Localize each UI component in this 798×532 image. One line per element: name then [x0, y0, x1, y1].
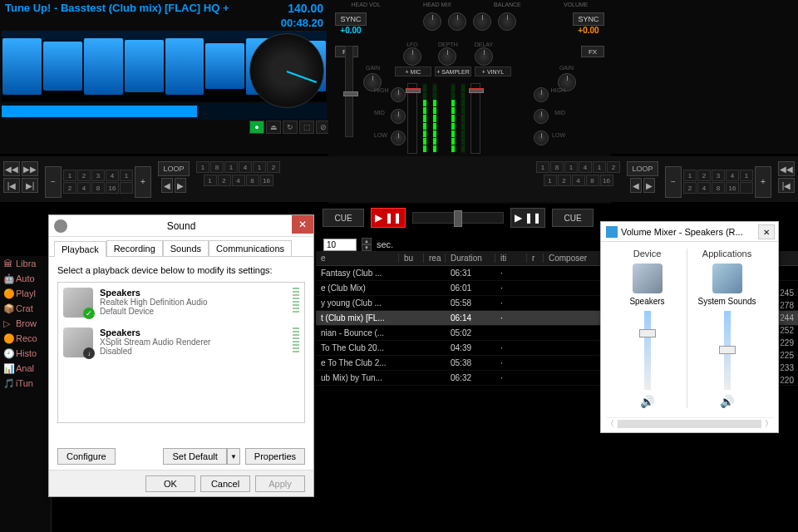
beat-2[interactable]: 2 [267, 161, 280, 173]
head-vol-knob[interactable] [423, 12, 441, 31]
beat-8[interactable]: 8 [210, 161, 224, 173]
channel-fader-b[interactable] [470, 83, 480, 154]
beat-16[interactable]: 16 [600, 175, 613, 186]
channel-fader-a[interactable] [407, 83, 417, 154]
loop-out-b[interactable]: ▶ [643, 178, 655, 193]
cancel-button[interactable]: Cancel [200, 475, 250, 492]
cue-b-button[interactable]: CUE [552, 209, 594, 227]
hotcue-2[interactable]: 2 [77, 170, 91, 181]
column-header[interactable]: iti [495, 254, 527, 263]
beat-1[interactable]: 1 [593, 161, 606, 173]
column-header[interactable]: rea [424, 254, 446, 263]
device-icon[interactable] [633, 264, 663, 293]
hotcue-8[interactable]: 8 [91, 182, 105, 194]
play-b-button[interactable]: ▶ ❚❚ [510, 208, 545, 228]
hotcue-4[interactable]: 4 [77, 182, 91, 194]
eq-mid-a-knob[interactable] [391, 109, 406, 124]
beat-8[interactable]: 8 [586, 175, 599, 186]
hotcue-4[interactable]: 4 [697, 182, 711, 194]
beat-8[interactable]: 8 [246, 175, 259, 186]
cue-a-button[interactable]: CUE [323, 209, 364, 227]
beat-1[interactable]: 1 [224, 161, 238, 173]
rewind-b-button[interactable]: ◀◀ [778, 161, 795, 176]
app-icon[interactable] [712, 264, 742, 293]
loop-in-b[interactable]: ◀ [630, 178, 642, 193]
minus-button-a[interactable]: − [45, 166, 62, 198]
plus-button-a[interactable]: + [135, 166, 151, 198]
sidebar-item-auto[interactable]: 🤖Auto [0, 271, 51, 286]
vm-close-button[interactable]: ✕ [758, 224, 775, 239]
device-item[interactable]: ✓SpeakersRealtek High Definition AudioDe… [58, 283, 304, 323]
play-indicator[interactable]: ● [249, 121, 264, 134]
spinner-up[interactable]: ▲ [362, 238, 372, 244]
device-volume-slider[interactable] [644, 311, 651, 390]
eq-high-b-knob[interactable] [534, 87, 549, 102]
beat-1[interactable]: 1 [253, 161, 266, 173]
hotcue-8[interactable]: 8 [712, 182, 725, 194]
balance-knob[interactable] [473, 12, 491, 31]
hotcue-2[interactable]: 2 [63, 182, 76, 194]
beat-2[interactable]: 2 [558, 175, 571, 186]
depth-knob[interactable] [438, 47, 456, 66]
jog-wheel[interactable] [249, 33, 324, 108]
rewind-button[interactable]: ◀◀ [3, 161, 20, 176]
hotcue-4[interactable]: 4 [106, 170, 119, 181]
beat-1[interactable]: 1 [536, 161, 549, 173]
head-mix-knob[interactable] [448, 12, 466, 31]
beat-4[interactable]: 4 [239, 161, 252, 173]
lfo-knob[interactable] [403, 47, 421, 66]
beat-8[interactable]: 8 [550, 161, 564, 173]
column-header[interactable]: r [527, 254, 544, 263]
hotcue-1[interactable]: 1 [63, 170, 76, 181]
minus-button-b[interactable]: − [665, 166, 682, 198]
delay-knob[interactable] [475, 47, 493, 66]
eject-button[interactable]: ⏏ [266, 121, 281, 134]
search-input[interactable] [323, 239, 357, 251]
tab-sounds[interactable]: Sounds [163, 240, 209, 256]
hotcue-1[interactable]: 1 [683, 170, 697, 181]
set-default-button[interactable]: Set Default [163, 448, 226, 465]
beat-16[interactable]: 16 [260, 175, 273, 186]
scroll-right[interactable]: 〉 [765, 418, 773, 429]
tab-playback[interactable]: Playback [54, 241, 106, 257]
device-mute-icon[interactable]: 🔊 [608, 395, 687, 408]
beat-1[interactable]: 1 [564, 161, 578, 173]
hotcue-3[interactable]: 3 [91, 170, 105, 181]
hotcue-1[interactable]: 1 [120, 170, 133, 181]
column-header[interactable]: e [316, 254, 399, 263]
app-volume-slider[interactable] [724, 311, 731, 390]
beat-1[interactable]: 1 [204, 175, 217, 186]
sidebar-item-histo[interactable]: 🕘Histo [0, 346, 51, 361]
vinyl-button[interactable]: + VINYL [475, 66, 511, 76]
hotcue-16[interactable]: 16 [726, 182, 739, 194]
crossfader[interactable] [412, 212, 504, 224]
sidebar-item-crat[interactable]: 📦Crat [0, 301, 51, 316]
fx-b-button[interactable]: FX [581, 46, 604, 57]
sidebar-item-reco[interactable]: 🟠Reco [0, 331, 51, 346]
hotcue-16[interactable]: 16 [106, 182, 119, 194]
prev-beat-b-button[interactable]: |◀ [778, 178, 795, 193]
eq-high-a-knob[interactable] [391, 87, 406, 102]
close-button[interactable]: ✕ [292, 215, 313, 234]
prev-beat-button[interactable]: |◀ [3, 178, 20, 193]
beat-4[interactable]: 4 [572, 175, 585, 186]
loop-b-button[interactable]: LOOP [627, 161, 658, 176]
next-beat-button[interactable]: ▶| [22, 178, 38, 193]
configure-button[interactable]: Configure [57, 448, 116, 465]
device-item[interactable]: ↓SpeakersXSplit Stream Audio RendererDis… [58, 323, 304, 362]
sampler-button[interactable]: + SAMPLER [435, 66, 471, 76]
set-default-dropdown[interactable]: ▼ [227, 448, 240, 465]
sidebar-item-libra[interactable]: 🏛Libra [0, 256, 51, 271]
scrollbar[interactable] [618, 420, 761, 428]
tab-communications[interactable]: Communications [209, 240, 292, 256]
loop-a-button[interactable]: LOOP [158, 161, 190, 176]
device-list[interactable]: ✓SpeakersRealtek High Definition AudioDe… [57, 282, 305, 423]
sidebar-item-brow[interactable]: ▷Brow [0, 316, 51, 331]
repeat-button[interactable]: ↻ [283, 121, 298, 134]
eq-low-b-knob[interactable] [534, 131, 549, 145]
loop-in-a[interactable]: ◀ [161, 178, 173, 193]
sync-b-button[interactable]: SYNC [573, 12, 604, 26]
eq-low-a-knob[interactable] [391, 131, 406, 145]
scroll-left[interactable]: 〈 [606, 418, 614, 429]
tab-recording[interactable]: Recording [106, 240, 163, 256]
